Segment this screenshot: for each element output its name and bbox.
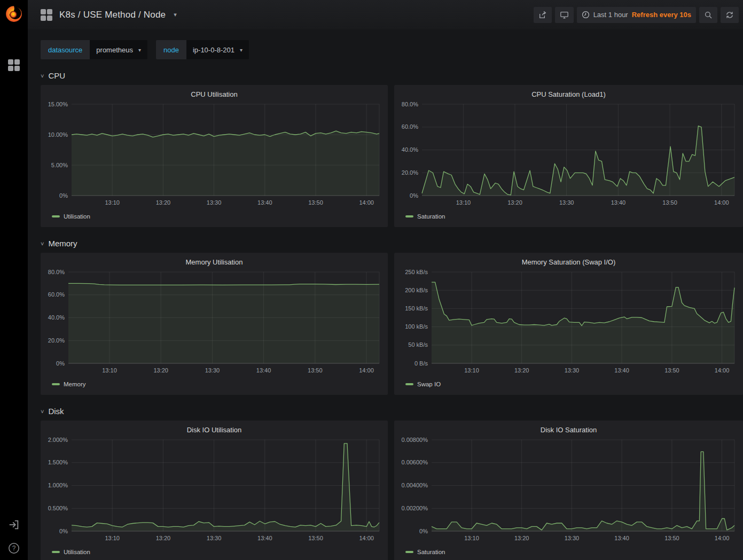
disk-io-saturation-chart[interactable]: 0%0.00200%0.00400%0.00600%0.00800%13:101… [398, 436, 739, 545]
legend-item[interactable]: Utilisation [45, 209, 384, 224]
panel-title[interactable]: Disk IO Utilisation [45, 423, 384, 436]
variable-datasource: datasource prometheus ▾ [41, 40, 147, 59]
svg-text:13:10: 13:10 [105, 535, 120, 541]
svg-text:13:20: 13:20 [153, 367, 168, 374]
svg-text:13:30: 13:30 [205, 367, 220, 374]
zoom-out-button[interactable] [699, 7, 717, 23]
svg-text:0.00400%: 0.00400% [401, 482, 428, 488]
chevron-down-icon: ˅ [41, 240, 44, 247]
svg-text:100 kB/s: 100 kB/s [405, 323, 428, 330]
cpu-utilisation-chart[interactable]: 0%5.00%10.00%15.00%13:1013:2013:3013:401… [45, 100, 384, 209]
panel-title[interactable]: Memory Saturation (Swap I/O) [398, 255, 739, 268]
svg-text:150 kB/s: 150 kB/s [405, 305, 428, 312]
svg-text:13:50: 13:50 [308, 199, 323, 206]
disk-row: Disk IO Utilisation 0%0.500%1.000%1.500%… [41, 421, 743, 560]
svg-text:13:50: 13:50 [664, 367, 679, 374]
legend-item[interactable]: Memory [45, 377, 384, 392]
svg-text:0.00600%: 0.00600% [401, 459, 428, 465]
variable-datasource-value: prometheus [96, 46, 133, 54]
navbar-actions: Last 1 hour Refresh every 10s [534, 7, 739, 23]
dashboard-title-group[interactable]: K8s / USE Method / Node ▾ [41, 9, 534, 21]
cpu-saturation-chart[interactable]: 0%20.0%40.0%60.0%80.0%13:1013:2013:3013:… [398, 100, 739, 209]
svg-text:5.00%: 5.00% [51, 162, 68, 168]
legend-item[interactable]: Saturation [398, 545, 739, 559]
svg-text:14:00: 14:00 [715, 367, 730, 374]
svg-text:13:10: 13:10 [105, 199, 120, 206]
share-button[interactable] [534, 7, 552, 23]
section-header-disk[interactable]: ˅ Disk [41, 407, 743, 416]
legend-item[interactable]: Utilisation [45, 545, 384, 559]
memory-row: Memory Utilisation 0%20.0%40.0%60.0%80.0… [41, 253, 743, 395]
svg-text:13:10: 13:10 [456, 199, 471, 206]
svg-text:13:20: 13:20 [156, 535, 171, 541]
grafana-logo[interactable] [0, 0, 28, 28]
page-title[interactable]: K8s / USE Method / Node [59, 10, 166, 20]
chevron-down-icon: ˅ [41, 408, 44, 415]
svg-text:0%: 0% [56, 360, 65, 367]
svg-text:13:40: 13:40 [614, 367, 629, 374]
svg-text:0.00800%: 0.00800% [401, 437, 428, 443]
variable-node-select[interactable]: ip-10-0-8-201 ▾ [186, 40, 249, 59]
svg-text:10.00%: 10.00% [48, 131, 68, 138]
svg-text:13:30: 13:30 [565, 535, 580, 541]
panel-title[interactable]: Disk IO Saturation [398, 423, 739, 436]
svg-text:80.0%: 80.0% [402, 101, 418, 107]
apps-grid-icon [41, 9, 52, 21]
help-icon[interactable]: ? [0, 536, 28, 560]
legend-color-dash [52, 383, 60, 385]
legend-color-dash [405, 383, 413, 385]
svg-text:60.0%: 60.0% [402, 123, 418, 130]
legend-color-dash [405, 551, 413, 553]
svg-text:40.0%: 40.0% [48, 314, 65, 321]
variable-node: node ip-10-0-8-201 ▾ [156, 40, 249, 59]
svg-text:40.0%: 40.0% [402, 146, 418, 153]
svg-text:14:00: 14:00 [359, 367, 374, 374]
disk-io-utilisation-chart[interactable]: 0%0.500%1.000%1.500%2.000%13:1013:2013:3… [45, 436, 384, 545]
svg-text:13:10: 13:10 [102, 367, 117, 374]
section-title: Memory [48, 239, 77, 248]
legend-item[interactable]: Saturation [398, 209, 739, 224]
legend-item[interactable]: Swap IO [398, 377, 739, 392]
tv-cycle-button[interactable] [555, 7, 574, 23]
svg-text:13:50: 13:50 [662, 199, 677, 206]
panel-cpu-utilisation: CPU Utilisation 0%5.00%10.00%15.00%13:10… [41, 85, 388, 227]
legend-label: Saturation [417, 213, 445, 220]
refresh-interval-label: Refresh every 10s [632, 11, 691, 19]
memory-utilisation-chart[interactable]: 0%20.0%40.0%60.0%80.0%13:1013:2013:3013:… [45, 268, 384, 377]
panel-title[interactable]: CPU Utilisation [45, 88, 384, 100]
legend-label: Utilisation [64, 549, 90, 555]
chevron-down-icon: ▾ [138, 47, 141, 53]
svg-text:20.0%: 20.0% [48, 337, 65, 344]
section-header-cpu[interactable]: ˅ CPU [41, 71, 743, 80]
panel-cpu-saturation: CPU Saturation (Load1) 0%20.0%40.0%60.0%… [394, 85, 743, 227]
time-picker-button[interactable]: Last 1 hour Refresh every 10s [577, 7, 696, 23]
svg-text:0 B/s: 0 B/s [414, 360, 428, 367]
svg-text:0%: 0% [419, 528, 428, 534]
svg-text:13:40: 13:40 [257, 535, 272, 541]
refresh-icon [725, 11, 734, 19]
title-caret-down-icon: ▾ [174, 11, 177, 18]
svg-text:15.00%: 15.00% [48, 101, 68, 107]
svg-text:60.0%: 60.0% [48, 291, 65, 298]
refresh-button[interactable] [721, 7, 739, 23]
sign-in-icon[interactable] [0, 513, 28, 536]
svg-text:0%: 0% [410, 192, 418, 199]
variables-row: datasource prometheus ▾ node ip-10-0-8-2… [28, 29, 743, 59]
sidebar-dashboards-icon[interactable] [0, 53, 28, 77]
panel-memory-utilisation: Memory Utilisation 0%20.0%40.0%60.0%80.0… [41, 253, 388, 395]
section-header-memory[interactable]: ˅ Memory [41, 239, 743, 248]
svg-text:1.000%: 1.000% [48, 482, 68, 488]
panel-memory-saturation: Memory Saturation (Swap I/O) 0 B/s50 kB/… [394, 253, 743, 395]
panel-title[interactable]: Memory Utilisation [45, 255, 384, 268]
top-navbar: K8s / USE Method / Node ▾ Last 1 hour Re… [28, 0, 743, 29]
memory-saturation-chart[interactable]: 0 B/s50 kB/s100 kB/s150 kB/s200 kB/s250 … [398, 268, 739, 377]
panel-title[interactable]: CPU Saturation (Load1) [398, 88, 739, 100]
svg-text:200 kB/s: 200 kB/s [405, 287, 428, 293]
svg-text:0.500%: 0.500% [48, 505, 68, 511]
variable-datasource-select[interactable]: prometheus ▾ [90, 40, 147, 59]
panel-disk-io-saturation: Disk IO Saturation 0%0.00200%0.00400%0.0… [394, 421, 743, 560]
svg-text:13:10: 13:10 [464, 535, 479, 541]
svg-text:13:30: 13:30 [559, 199, 574, 206]
share-icon [538, 11, 547, 19]
svg-text:13:20: 13:20 [507, 199, 522, 206]
